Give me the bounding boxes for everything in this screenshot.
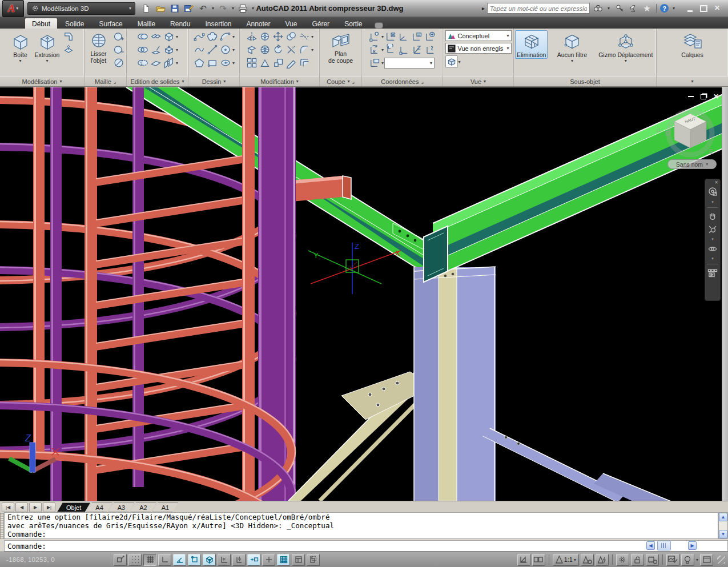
ucs-named-icon[interactable] [411,30,423,43]
lineweight-toggle[interactable] [262,554,275,566]
circle-icon[interactable] [219,43,232,56]
save-button[interactable] [167,2,182,15]
thicken-icon[interactable] [163,43,175,56]
ucs-origin2-icon[interactable] [397,43,410,56]
polygon-icon[interactable] [193,57,206,69]
view-cube-tool-icon[interactable] [445,55,458,68]
drawing-area[interactable]: Z X Y Z ✕ ⌂ O S [0,87,728,501]
array-3d-icon[interactable] [259,43,271,56]
close-button[interactable]: ✕ [713,5,721,12]
redo-button[interactable]: ↷ [216,2,230,15]
communication-center-button[interactable] [628,3,639,14]
pan-hand-icon[interactable] [708,212,717,221]
infer-constraints-toggle[interactable] [114,554,127,566]
transparency-toggle[interactable] [277,554,290,566]
tab-surface[interactable]: Surface [92,18,129,29]
help-dropdown[interactable]: ▾ [671,2,677,15]
orbit-icon[interactable] [708,244,717,254]
panel-label-coordonnees[interactable]: Coordonnées⌟ [362,76,443,86]
ucs-world-icon[interactable] [384,30,397,43]
move-3d-icon[interactable] [272,30,284,43]
solid-separate-icon[interactable] [150,30,162,43]
scale-icon[interactable] [272,57,284,69]
application-menu-button[interactable]: A ▾ [2,0,24,17]
ribbon-state-button[interactable]: ▾ [375,22,387,29]
named-ucs-combo[interactable]: ▾ [384,58,435,69]
tab-insertion[interactable]: Insertion [198,18,238,29]
tab-debut[interactable]: Début [25,18,57,29]
search-dropdown[interactable]: ▾ [606,2,612,15]
ucs-show-icon[interactable] [368,30,381,43]
clean-screen-button[interactable] [700,554,713,566]
intersect-icon[interactable] [136,43,149,56]
panel-label-maille[interactable]: Maille⌟ [85,76,126,86]
drawing-close-button[interactable]: ✕ [713,93,719,100]
erase-icon[interactable] [285,57,297,69]
view-combo[interactable]: Vue non enregis ▾ [445,43,512,54]
first-layout-button[interactable]: |◀ [2,502,14,512]
panel-label-vue[interactable]: Vue▾ [443,76,513,86]
panel-label-dessin[interactable]: Dessin▾ [188,76,239,86]
object-snap-tracking-toggle[interactable] [218,554,231,566]
taper-faces-icon[interactable] [150,43,162,56]
command-scrollbar[interactable]: ▲ ▼ [718,512,728,539]
redo-dropdown[interactable]: ▾ [230,2,236,15]
union-icon[interactable] [136,30,149,43]
arc-dropdown[interactable]: ▾ [232,34,235,39]
shell-dropdown[interactable]: ▾ [176,34,178,39]
named-view-pill[interactable]: Sans nom ▾ [667,159,717,169]
tab-annoter[interactable]: Annoter [240,18,277,29]
grid-display-toggle[interactable] [143,554,156,566]
tab-gerer[interactable]: Gérer [305,18,336,29]
orbit-dropdown[interactable]: ▾ [711,258,714,260]
panel-label-coupe[interactable]: Coupe▾⌟ [320,76,361,86]
ucs-rotate-dropdown[interactable]: ▾ [381,47,384,53]
hardware-acceleration-button[interactable] [646,554,659,566]
ucs-3point-icon[interactable] [424,43,436,56]
ellipse-dropdown[interactable]: ▾ [232,61,235,66]
new-file-button[interactable] [139,2,153,15]
rotate-3d-icon[interactable] [259,30,271,43]
arc-icon[interactable] [219,30,232,43]
dynamic-input-toggle[interactable] [247,554,260,566]
dialog-launcher-icon[interactable]: ⌟ [114,79,116,85]
subtract-icon[interactable] [136,57,149,69]
rectangle-icon[interactable] [206,57,219,69]
align-3d-icon[interactable] [259,57,271,69]
array-icon[interactable] [246,57,258,69]
scroll-right-button[interactable]: ▶ [688,541,697,550]
rotate-icon[interactable] [272,43,284,56]
layout-tab-objet[interactable]: Objet [57,502,90,512]
command-splitter-grip[interactable] [657,541,671,550]
tab-vue[interactable]: Vue [279,18,304,29]
favorites-button[interactable]: ★ [641,3,653,14]
fillet-edge-icon[interactable] [150,57,162,69]
circle-dropdown[interactable]: ▾ [232,47,235,53]
dialog-launcher-icon[interactable]: ⌟ [352,79,355,85]
plan-de-coupe-button[interactable]: Plan de coupe [327,30,355,65]
view-cube-dropdown[interactable]: ▾ [458,59,461,65]
elimination-button[interactable]: Elimination [515,30,548,59]
command-history[interactable]: Entrez une option [filaire2d/Filaire/Mas… [4,512,718,539]
panel-label-calques[interactable]: ▾ [657,76,728,86]
tab-solide[interactable]: Solide [58,18,91,29]
ucs-object-icon[interactable] [397,30,410,43]
toolbar-lock-button[interactable] [631,554,644,566]
compass-south-label[interactable]: S [709,148,713,155]
search-button[interactable] [592,3,604,14]
panel-label-sous-objet[interactable]: Sous-objet [514,76,656,86]
minimize-button[interactable] [686,5,694,12]
spline-cv-icon[interactable] [193,30,206,43]
tab-maille[interactable]: Maille [131,18,162,29]
scroll-left-button[interactable]: ◀ [646,541,655,550]
dynamic-ucs-toggle[interactable] [232,554,246,566]
search-input[interactable] [487,3,590,14]
tab-sortie[interactable]: Sortie [337,18,369,29]
compass-west-label[interactable]: O [665,130,670,136]
lisser-objet-button[interactable]: Lisser l'objet [86,30,111,65]
workspace-switching-button[interactable] [616,554,629,566]
unsmooth-icon[interactable] [112,57,125,69]
help-button[interactable]: ? [660,4,669,13]
ucs-show-dropdown[interactable]: ▾ [381,34,384,39]
line-icon[interactable] [206,43,219,56]
